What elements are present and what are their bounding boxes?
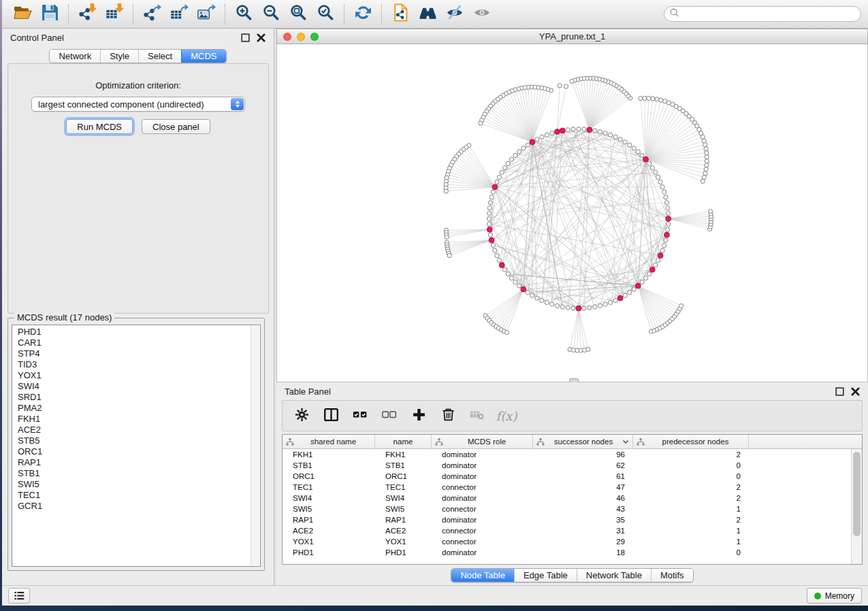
tab-network-table[interactable]: Network Table — [577, 569, 651, 582]
cell-name[interactable]: TEC1 — [375, 483, 432, 491]
cell-successor-nodes[interactable]: 47 — [533, 483, 633, 491]
table-toolbar-deselect-all-rows[interactable] — [380, 406, 399, 425]
cell-MCDS-role[interactable]: dominator — [432, 472, 533, 480]
cell-name[interactable]: PHD1 — [375, 548, 432, 557]
cell-shared-name[interactable]: ACE2 — [283, 527, 375, 535]
cell-MCDS-role[interactable]: dominator — [432, 516, 533, 524]
mcds-result-item[interactable]: STP4 — [18, 348, 249, 359]
toolbar-button-export-table[interactable] — [165, 2, 193, 27]
toolbar-button-hide-selected[interactable] — [441, 2, 468, 27]
sort-chevron-icon[interactable] — [622, 440, 629, 444]
cell-name[interactable]: SWI4 — [375, 494, 432, 502]
mcds-result-item[interactable]: TID3 — [18, 359, 249, 370]
cell-shared-name[interactable]: FKH1 — [283, 450, 375, 459]
mcds-result-item[interactable]: SWI5 — [18, 479, 249, 490]
table-row[interactable]: ORC1ORC1dominator610 — [283, 471, 851, 482]
toolbar-button-import-table[interactable] — [101, 2, 128, 27]
toolbar-button-open-session[interactable] — [9, 2, 36, 27]
network-graph[interactable] — [277, 44, 867, 382]
network-canvas[interactable] — [276, 44, 868, 382]
mcds-result-item[interactable]: GCR1 — [18, 501, 249, 512]
cell-predecessor-nodes[interactable]: 1 — [633, 538, 749, 546]
cell-MCDS-role[interactable]: connector — [432, 483, 533, 491]
toolbar-button-import-network[interactable] — [74, 2, 101, 27]
table-row[interactable]: FKH1FKH1dominator962 — [283, 449, 851, 460]
cell-shared-name[interactable]: SWI4 — [283, 494, 375, 502]
table-row[interactable]: RAP1RAP1dominator352 — [283, 514, 851, 525]
close-table-panel-icon[interactable] — [851, 387, 860, 396]
mcds-result-item[interactable]: PMA2 — [18, 403, 249, 414]
toolbar-button-zoom-selected[interactable] — [312, 2, 339, 27]
cell-MCDS-role[interactable]: connector — [432, 505, 533, 513]
close-panel-icon[interactable] — [257, 33, 266, 42]
mcds-result-item[interactable]: STB1 — [18, 468, 249, 479]
mcds-result-item[interactable]: RAP1 — [18, 457, 249, 468]
table-toolbar-add-column[interactable] — [409, 406, 428, 425]
mcds-result-item[interactable]: YOX1 — [18, 370, 249, 381]
toolbar-button-first-neighbors[interactable] — [414, 2, 441, 27]
float-panel-icon[interactable] — [241, 33, 250, 42]
cell-successor-nodes[interactable]: 29 — [533, 538, 633, 546]
cell-shared-name[interactable]: YOX1 — [283, 538, 375, 546]
table-toolbar-delete-column[interactable] — [438, 406, 457, 425]
column-header-successor-nodes[interactable]: successor nodes — [533, 435, 633, 448]
cell-shared-name[interactable]: ORC1 — [283, 472, 375, 480]
mcds-result-item[interactable]: ORC1 — [18, 446, 249, 457]
table-toolbar-select-all-rows[interactable] — [351, 406, 370, 425]
tab-edge-table[interactable]: Edge Table — [514, 569, 577, 582]
table-row[interactable]: TEC1TEC1connector472 — [283, 482, 851, 493]
cell-successor-nodes[interactable]: 31 — [533, 527, 633, 535]
toolbar-button-save-session[interactable] — [36, 2, 63, 27]
cell-successor-nodes[interactable]: 61 — [533, 472, 633, 480]
table-toolbar-split-panel[interactable] — [321, 406, 340, 425]
toolbar-button-show-all[interactable] — [468, 2, 496, 27]
task-history-button[interactable] — [8, 588, 30, 604]
cell-shared-name[interactable]: RAP1 — [283, 516, 375, 524]
cell-successor-nodes[interactable]: 46 — [533, 494, 633, 502]
column-header-name[interactable]: name — [375, 435, 432, 448]
tab-network[interactable]: Network — [50, 50, 100, 63]
cell-successor-nodes[interactable]: 35 — [533, 516, 633, 524]
cell-predecessor-nodes[interactable]: 0 — [633, 548, 749, 557]
window-zoom-light[interactable] — [310, 33, 319, 41]
table-toolbar-table-settings[interactable] — [292, 406, 311, 425]
table-scrollbar-thumb[interactable] — [853, 452, 861, 536]
cell-MCDS-role[interactable]: dominator — [432, 450, 533, 459]
tab-select[interactable]: Select — [138, 50, 181, 63]
cell-predecessor-nodes[interactable]: 1 — [633, 527, 749, 535]
column-header-predecessor-nodes[interactable]: predecessor nodes — [633, 435, 749, 448]
close-panel-button[interactable]: Close panel — [142, 119, 210, 134]
run-mcds-button[interactable]: Run MCDS — [66, 119, 133, 134]
toolbar-button-refresh-layout[interactable] — [349, 2, 376, 27]
table-scrollbar[interactable] — [851, 449, 862, 564]
table-row[interactable]: PHD1PHD1dominator180 — [283, 547, 851, 558]
window-close-light[interactable] — [283, 33, 291, 41]
cell-predecessor-nodes[interactable]: 0 — [633, 472, 749, 480]
cell-name[interactable]: ORC1 — [375, 472, 432, 480]
cell-name[interactable]: FKH1 — [375, 450, 432, 459]
tab-motifs[interactable]: Motifs — [651, 569, 693, 582]
cell-predecessor-nodes[interactable]: 0 — [633, 461, 749, 469]
mcds-result-item[interactable]: STB5 — [18, 435, 249, 446]
toolbar-button-zoom-in[interactable] — [230, 2, 257, 27]
search-input[interactable] — [679, 10, 856, 19]
cell-MCDS-role[interactable]: connector — [432, 538, 533, 546]
toolbar-button-zoom-out[interactable] — [257, 2, 285, 27]
cell-predecessor-nodes[interactable]: 1 — [633, 505, 749, 513]
cell-name[interactable]: ACE2 — [375, 527, 432, 535]
mcds-result-item[interactable]: CAR1 — [18, 337, 249, 348]
cell-MCDS-role[interactable]: dominator — [432, 494, 533, 502]
toolbar-button-export-image[interactable] — [193, 2, 220, 27]
cell-shared-name[interactable]: TEC1 — [283, 483, 375, 491]
result-scrollbar[interactable] — [251, 326, 259, 565]
table-row[interactable]: ACE2ACE2connector311 — [283, 525, 851, 536]
table-row[interactable]: SWI5SWI5connector431 — [283, 503, 851, 514]
mcds-result-item[interactable]: FKH1 — [18, 414, 249, 425]
mcds-result-item[interactable]: ACE2 — [18, 425, 249, 435]
cell-MCDS-role[interactable]: dominator — [432, 548, 533, 557]
cell-MCDS-role[interactable]: connector — [432, 527, 533, 535]
cell-successor-nodes[interactable]: 96 — [533, 450, 633, 459]
search-box[interactable] — [664, 6, 861, 22]
cell-predecessor-nodes[interactable]: 2 — [633, 494, 749, 502]
toolbar-button-new-network[interactable] — [387, 2, 414, 27]
